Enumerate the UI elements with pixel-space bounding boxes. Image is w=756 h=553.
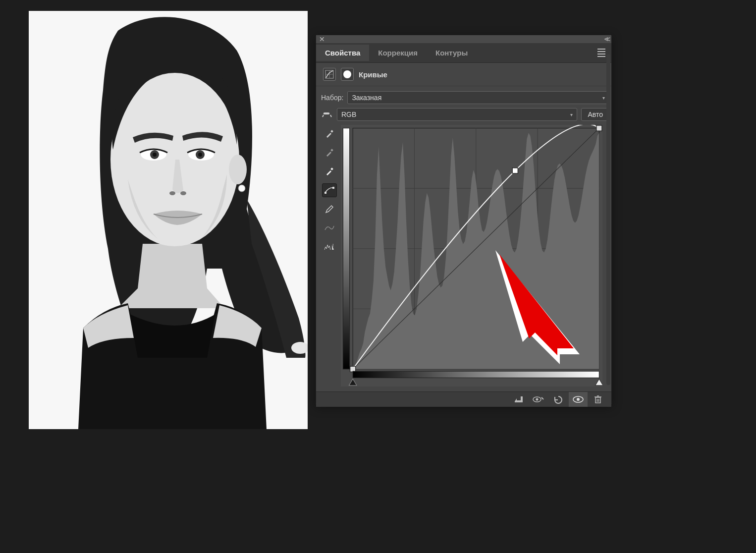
panel-scrollbar[interactable]	[606, 54, 610, 385]
pencil-tool-icon[interactable]	[322, 202, 337, 216]
curves-adjustment-icon	[323, 68, 336, 81]
svg-point-36	[536, 398, 539, 401]
svg-rect-16	[330, 130, 333, 133]
layer-mask-icon[interactable]	[341, 68, 354, 81]
svg-rect-34	[353, 371, 599, 378]
black-eyedropper-icon[interactable]	[322, 127, 337, 141]
svg-rect-18	[330, 167, 333, 170]
close-panel-icon[interactable]: ✕	[319, 35, 325, 43]
svg-rect-32	[512, 168, 518, 173]
svg-point-8	[198, 153, 202, 157]
visibility-icon[interactable]	[569, 392, 588, 407]
reset-icon[interactable]	[549, 392, 568, 407]
panel-tabs: Свойства Коррекция Контуры	[316, 43, 611, 63]
smooth-tool-icon[interactable]	[322, 221, 337, 235]
svg-rect-22	[343, 128, 349, 369]
svg-point-10	[180, 191, 186, 195]
gray-eyedropper-icon[interactable]	[322, 146, 337, 160]
svg-rect-33	[596, 125, 602, 131]
chevron-down-icon: ▾	[570, 112, 573, 117]
collapse-panel-icon[interactable]: <<	[604, 35, 608, 43]
tab-correction[interactable]: Коррекция	[369, 45, 427, 61]
preset-value: Заказная	[352, 94, 381, 102]
svg-rect-17	[330, 149, 333, 152]
curve-point-tool-icon[interactable]	[322, 183, 337, 197]
preset-select[interactable]: Заказная ▾	[347, 91, 609, 104]
histogram-clip-icon[interactable]: !	[322, 240, 337, 254]
document-canvas[interactable]	[29, 11, 308, 429]
svg-rect-20	[332, 187, 334, 189]
trash-icon[interactable]	[589, 392, 607, 407]
preset-label: Набор:	[321, 94, 343, 102]
panel-titlebar: ✕ <<	[316, 35, 611, 43]
svg-rect-19	[324, 192, 326, 194]
svg-point-7	[153, 153, 157, 157]
properties-panel: ✕ << Свойства Коррекция Контуры Кривые Н…	[316, 35, 612, 405]
chevron-down-icon: ▾	[602, 95, 605, 101]
tab-properties[interactable]: Свойства	[316, 45, 369, 61]
targeted-adjust-icon[interactable]	[321, 109, 333, 120]
curves-tools: !	[321, 125, 338, 387]
svg-text:!: !	[332, 243, 334, 248]
auto-button[interactable]: Авто	[581, 108, 609, 121]
adjustment-title: Кривые	[359, 70, 387, 79]
white-eyedropper-icon[interactable]	[322, 165, 337, 178]
curves-graph[interactable]	[341, 125, 602, 387]
clip-to-layer-icon[interactable]	[509, 392, 528, 407]
channel-select[interactable]: RGB ▾	[337, 108, 577, 121]
svg-rect-31	[350, 366, 356, 372]
adjustment-header: Кривые	[316, 63, 611, 86]
svg-point-38	[577, 398, 580, 401]
svg-point-12	[238, 185, 245, 192]
channel-value: RGB	[341, 111, 356, 118]
tab-contours[interactable]: Контуры	[427, 45, 477, 61]
svg-point-9	[169, 191, 175, 195]
view-previous-state-icon[interactable]	[529, 392, 548, 407]
panel-footer	[316, 391, 611, 407]
svg-point-11	[229, 155, 247, 184]
